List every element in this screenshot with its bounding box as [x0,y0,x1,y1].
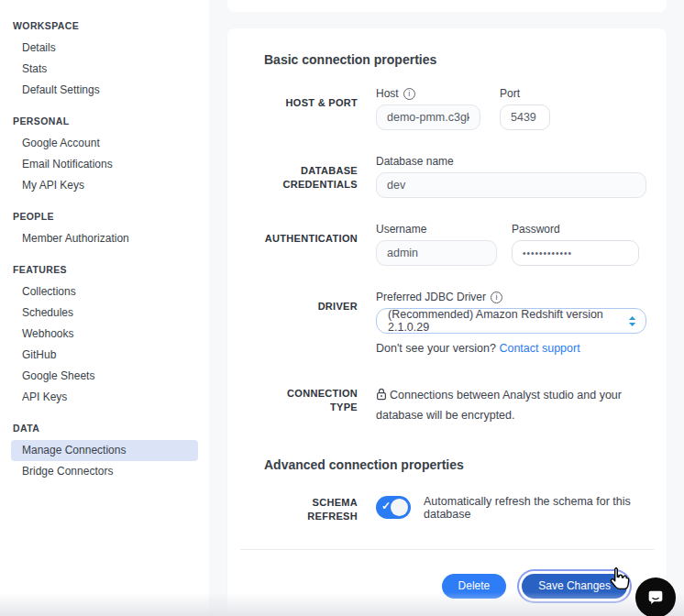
username-input[interactable] [376,240,497,266]
host-input[interactable] [376,104,480,130]
sidebar-item-schedules[interactable]: Schedules [0,302,209,324]
sidebar-item-github[interactable]: GitHub [0,345,209,366]
database-credentials-row: DATABASE CREDENTIALS Database name [227,155,667,198]
host-label-text: Host [376,87,399,100]
footer-actions: Delete Save Changes [227,574,667,599]
sidebar-item-default-settings[interactable]: Default Settings [0,80,209,101]
sidebar-section-people: PEOPLE [0,205,209,228]
settings-sidebar: WORKSPACE Details Stats Default Settings… [0,0,209,616]
driver-helper-prefix: Don't see your version? [376,342,499,355]
port-label: Port [500,87,550,100]
sidebar-item-manage-connections[interactable]: Manage Connections [11,440,198,461]
schema-refresh-toggle[interactable]: ✓ [376,496,411,519]
sidebar-item-stats[interactable]: Stats [0,59,209,80]
sidebar-item-bridge-connectors[interactable]: Bridge Connectors [0,461,209,482]
save-changes-button[interactable]: Save Changes [522,574,627,599]
jdbc-driver-info-icon[interactable]: i [491,292,502,303]
jdbc-driver-selected-option: (Recommended) Amazon Redshift version 2.… [388,308,628,334]
footer-divider [240,549,654,550]
jdbc-driver-select[interactable]: (Recommended) Amazon Redshift version 2.… [376,308,646,334]
delete-button[interactable]: Delete [442,574,507,599]
sidebar-section-features: FEATURES [0,258,209,281]
jdbc-driver-label: Preferred JDBC Driver i [376,291,646,303]
advanced-properties-title: Advanced connection properties [264,458,667,472]
authentication-row: AUTHENTICATION Username Password [227,223,667,266]
sidebar-item-email-notifications[interactable]: Email Notifications [0,154,209,175]
username-label-text: Username [376,223,426,236]
driver-row: DRIVER Preferred JDBC Driver i (Recommen… [227,291,667,355]
host-port-row: HOST & PORT Host i Port [227,87,667,130]
chat-launcher-button[interactable] [635,578,676,616]
username-label: Username [376,223,497,236]
port-input[interactable] [500,104,550,130]
driver-helper-text: Don't see your version? Contact support [376,342,646,355]
toggle-knob [391,499,408,516]
authentication-group-label: AUTHENTICATION [238,223,358,266]
sidebar-section-data: DATA [0,417,209,440]
connection-type-row: CONNECTION TYPE Connections between Anal… [227,385,667,425]
host-label: Host i [376,87,480,100]
jdbc-driver-label-text: Preferred JDBC Driver [376,291,486,303]
password-input[interactable] [512,240,639,266]
connection-type-group-label: CONNECTION TYPE [238,385,358,425]
database-name-input[interactable] [376,172,646,198]
sidebar-item-api-keys[interactable]: API Keys [0,387,209,408]
connection-type-text: Connections between Analyst studio and y… [376,385,646,425]
sidebar-section-personal: PERSONAL [0,110,209,133]
lock-icon [376,388,387,401]
sidebar-item-google-account[interactable]: Google Account [0,133,209,154]
chat-bubble-icon [645,588,666,608]
database-name-label-text: Database name [376,155,454,168]
host-port-group-label: HOST & PORT [238,87,358,130]
main-content: Basic connection properties HOST & PORT … [209,0,684,616]
host-info-icon[interactable]: i [403,88,415,100]
sidebar-section-workspace: WORKSPACE [0,15,209,38]
sidebar-item-webhooks[interactable]: Webhooks [0,324,209,345]
driver-group-label: DRIVER [238,291,358,355]
schema-refresh-group-label: SCHEMA REFRESH [238,492,358,523]
check-icon: ✓ [381,500,391,512]
basic-properties-title: Basic connection properties [264,53,667,67]
connection-settings-card: Basic connection properties HOST & PORT … [227,28,667,616]
schema-refresh-text: Automatically refresh the schema for thi… [424,495,646,521]
password-label-text: Password [512,223,560,236]
port-label-text: Port [500,87,520,100]
sidebar-item-member-authorization[interactable]: Member Authorization [0,228,209,249]
previous-card-bottom [227,0,667,12]
select-arrows-icon [628,315,636,327]
connection-type-text-value: Connections between Analyst studio and y… [376,389,622,422]
sidebar-item-details[interactable]: Details [0,38,209,59]
sidebar-item-my-api-keys[interactable]: My API Keys [0,175,209,196]
database-credentials-group-label: DATABASE CREDENTIALS [238,155,358,198]
database-name-label: Database name [376,155,646,168]
sidebar-item-collections[interactable]: Collections [0,281,209,302]
contact-support-link[interactable]: Contact support [499,342,579,355]
schema-refresh-row: SCHEMA REFRESH ✓ Automatically refresh t… [227,492,667,523]
password-label: Password [512,223,639,236]
sidebar-item-google-sheets[interactable]: Google Sheets [0,366,209,387]
